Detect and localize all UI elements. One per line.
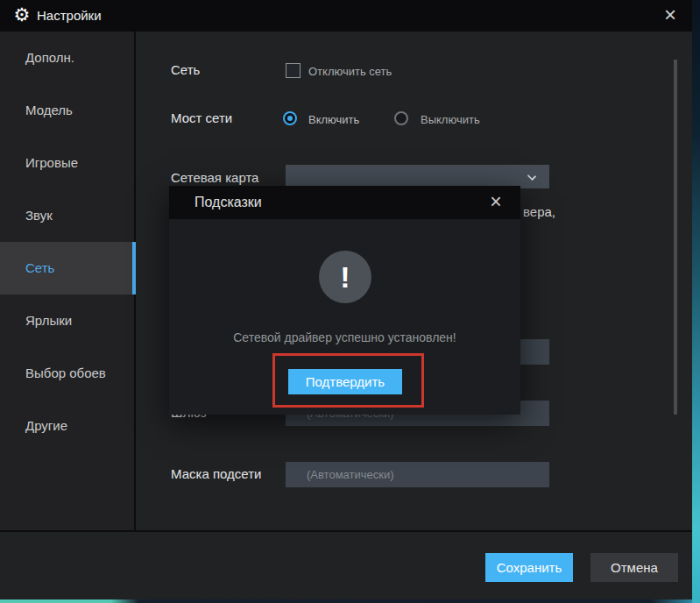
sidebar-item-vybor-oboev[interactable]: Выбор обоев [0, 347, 134, 400]
bridge-on-label: Включить [308, 113, 359, 126]
dialog-close-icon[interactable]: × [484, 186, 508, 219]
disable-network-label: Отключить сеть [308, 65, 392, 78]
vertical-scrollbar[interactable] [674, 60, 677, 415]
bridge-on-radio[interactable] [283, 111, 297, 125]
sidebar-item-model[interactable]: Модель [0, 84, 134, 137]
bridge-off-label: Выключить [421, 113, 480, 126]
titlebar: ⚙ Настройки × [0, 0, 692, 32]
cancel-button[interactable]: Отмена [590, 553, 678, 582]
wallpaper-edge-right [692, 0, 700, 603]
exclamation-icon: ! [319, 251, 371, 303]
save-button[interactable]: Сохранить [485, 553, 573, 582]
bridge-off-radio[interactable] [394, 111, 408, 125]
sidebar-item-zvuk[interactable]: Звук [0, 189, 134, 242]
window-close-icon[interactable]: × [659, 0, 682, 32]
dialog-message: Сетевой драйвер успешно установлен! [169, 330, 520, 344]
desktop-background: ⚙ Настройки × Дополн. Модель Игровые Зву… [0, 0, 700, 603]
radio-dot [287, 116, 293, 121]
settings-window: ⚙ Настройки × Дополн. Модель Игровые Зву… [0, 0, 692, 599]
subnet-field[interactable]: (Автоматически) [286, 462, 549, 487]
sidebar: Дополн. Модель Игровые Звук Сеть Ярлыки … [0, 32, 136, 530]
confirm-button[interactable]: Подтвердить [288, 369, 402, 394]
sidebar-item-igrovye[interactable]: Игровые [0, 137, 134, 189]
subnet-placeholder: (Автоматически) [286, 462, 549, 487]
sidebar-item-dopoln[interactable]: Дополн. [0, 32, 134, 84]
dialog-header: Подсказки × [169, 186, 520, 219]
sidebar-item-yarlyki[interactable]: Ярлыки [0, 294, 134, 347]
adapter-dropdown[interactable] [286, 165, 549, 188]
adapter-label: Сетевая карта [171, 170, 258, 185]
sidebar-item-set[interactable]: Сеть [0, 242, 134, 294]
subnet-label: Маска подсети [171, 466, 261, 481]
footer-bar: Сохранить Отмена [0, 530, 692, 599]
dialog-title: Подсказки [194, 186, 262, 219]
window-title: Настройки [37, 0, 102, 32]
selected-indicator [132, 242, 136, 294]
sidebar-item-label: Сеть [25, 260, 54, 275]
hint-text-fragment: вера, [523, 204, 555, 219]
tips-dialog: Подсказки × ! Сетевой драйвер успешно ус… [169, 186, 520, 415]
sidebar-item-drugie[interactable]: Другие [0, 400, 134, 452]
gear-icon: ⚙ [11, 4, 32, 25]
disable-network-checkbox[interactable] [286, 63, 301, 78]
network-section-label: Сеть [171, 62, 200, 77]
chevron-down-icon [527, 172, 536, 181]
bridge-label: Мост сети [171, 110, 232, 125]
